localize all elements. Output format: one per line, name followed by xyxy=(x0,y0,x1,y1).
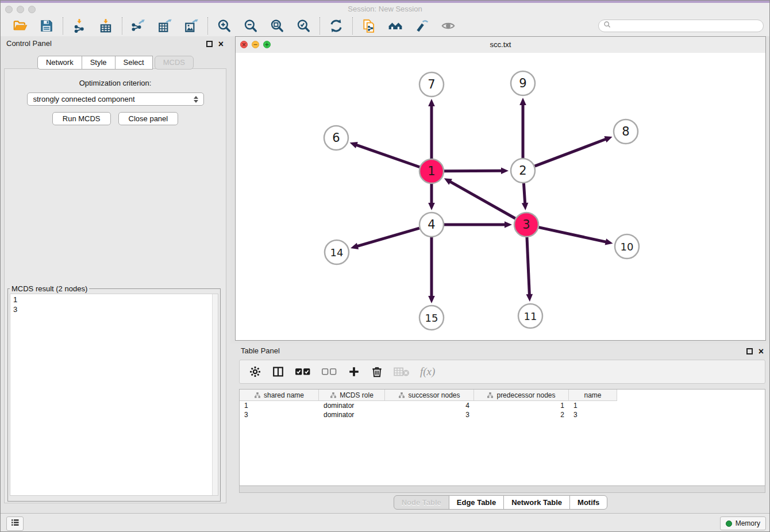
table-cell[interactable]: 1 xyxy=(240,402,319,410)
node-4[interactable]: 4 xyxy=(419,213,444,237)
table-cell[interactable]: 1 xyxy=(569,402,617,410)
mcds-panel: Optimization criterion: strongly connect… xyxy=(4,68,226,503)
zoom-fit-icon[interactable] xyxy=(270,18,284,33)
style-icon[interactable] xyxy=(414,18,429,33)
float-table-panel-icon[interactable] xyxy=(746,348,753,354)
edge-3-1[interactable] xyxy=(444,178,515,218)
optimization-criterion-select[interactable]: strongly connected component xyxy=(27,92,204,106)
edge-1-4[interactable] xyxy=(428,184,435,210)
node-1[interactable]: 1 xyxy=(419,159,444,183)
search-icon xyxy=(603,21,611,31)
table-cell[interactable]: dominator xyxy=(319,402,385,410)
column-header-MCDS-role[interactable]: MCDS role xyxy=(319,390,385,401)
node-8[interactable]: 8 xyxy=(614,119,638,144)
home-icon[interactable] xyxy=(388,18,403,33)
edge-2-8[interactable] xyxy=(535,136,613,166)
table-row[interactable]: 1dominator411 xyxy=(240,401,765,410)
table-panel-title: Table Panel xyxy=(241,346,280,355)
open-session-icon[interactable] xyxy=(13,18,28,33)
zoom-window-icon[interactable] xyxy=(28,6,36,13)
tab-style[interactable]: Style xyxy=(82,56,116,70)
edge-2-3[interactable] xyxy=(522,183,529,210)
add-row-icon[interactable] xyxy=(348,365,360,378)
node-10[interactable]: 10 xyxy=(615,234,639,259)
column-header-shared-name[interactable]: shared name xyxy=(240,390,319,401)
table-cell[interactable]: 2 xyxy=(474,411,569,419)
node-11[interactable]: 11 xyxy=(518,304,542,328)
tab-network[interactable]: Network xyxy=(37,56,82,70)
close-network-window-icon[interactable]: × xyxy=(240,41,248,48)
zoom-in-icon[interactable] xyxy=(217,18,232,33)
select-all-icon[interactable] xyxy=(295,365,311,378)
network-canvas[interactable]: 7968124314101511 xyxy=(236,53,765,340)
zoom-out-icon[interactable] xyxy=(243,18,258,33)
duplicate-network-icon[interactable] xyxy=(361,18,376,33)
task-history-button[interactable] xyxy=(6,516,24,531)
tab-edge-table[interactable]: Edge Table xyxy=(449,495,504,510)
node-6[interactable]: 6 xyxy=(324,126,348,150)
refresh-layout-icon[interactable] xyxy=(329,18,344,33)
search-input[interactable] xyxy=(614,21,759,30)
table-cell[interactable]: 3 xyxy=(385,411,474,419)
gear-icon[interactable] xyxy=(249,365,261,378)
float-panel-icon[interactable] xyxy=(206,41,213,47)
scrollbar-track[interactable] xyxy=(212,294,218,495)
export-image-icon[interactable] xyxy=(184,18,199,33)
edge-3-11[interactable] xyxy=(526,237,533,302)
export-table-icon[interactable] xyxy=(157,18,172,33)
tab-motifs[interactable]: Motifs xyxy=(569,495,607,510)
edge-4-14[interactable] xyxy=(351,228,419,249)
close-window-icon[interactable] xyxy=(5,6,13,13)
tab-select[interactable]: Select xyxy=(115,56,153,70)
table-cell[interactable]: 1 xyxy=(474,402,569,410)
edge-3-10[interactable] xyxy=(538,228,613,245)
table-cell[interactable]: 3 xyxy=(569,411,617,419)
node-14[interactable]: 14 xyxy=(325,240,349,264)
save-session-icon[interactable] xyxy=(39,18,54,33)
edge-4-15[interactable] xyxy=(428,237,435,303)
export-network-icon[interactable] xyxy=(131,18,146,33)
column-header-name[interactable]: name xyxy=(569,390,617,401)
node-9[interactable]: 9 xyxy=(511,71,535,95)
run-mcds-button[interactable]: Run MCDS xyxy=(52,112,111,125)
close-panel-icon[interactable]: × xyxy=(218,40,224,48)
columns-icon[interactable] xyxy=(272,365,284,378)
node-15[interactable]: 15 xyxy=(419,306,444,330)
minimize-network-window-icon[interactable]: − xyxy=(252,41,259,48)
edge-1-2[interactable] xyxy=(444,167,509,174)
close-table-panel-icon[interactable]: × xyxy=(759,348,764,355)
edge-1-6[interactable] xyxy=(350,142,420,167)
network-window-titlebar[interactable]: ×−+ scc.txt xyxy=(236,37,765,53)
tab-network-table[interactable]: Network Table xyxy=(503,495,570,510)
minimize-window-icon[interactable] xyxy=(17,6,24,13)
network-graph[interactable]: 7968124314101511 xyxy=(236,53,765,341)
table-cell[interactable]: 3 xyxy=(240,411,319,419)
deselect-all-icon[interactable] xyxy=(321,365,337,378)
node-7[interactable]: 7 xyxy=(419,72,444,97)
table-row[interactable]: 3dominator323 xyxy=(240,410,765,419)
search-box[interactable] xyxy=(598,20,764,32)
column-header-predecessor-nodes[interactable]: predecessor nodes xyxy=(474,390,569,401)
node-2[interactable]: 2 xyxy=(511,159,535,183)
column-header-successor-nodes[interactable]: successor nodes xyxy=(385,390,474,401)
tab-mcds[interactable]: MCDS xyxy=(155,56,194,70)
import-network-icon[interactable] xyxy=(72,18,87,33)
tab-node-table[interactable]: Node Table xyxy=(394,495,449,510)
table-cell[interactable]: dominator xyxy=(319,411,385,419)
horizontal-scrollbar[interactable] xyxy=(239,486,765,493)
close-panel-button[interactable]: Close panel xyxy=(118,112,179,125)
eye-icon[interactable] xyxy=(441,18,456,33)
table-body: 1dominator4113dominator323 xyxy=(240,401,765,419)
node-3[interactable]: 3 xyxy=(514,213,538,237)
mcds-result-list[interactable]: 1 3 xyxy=(10,294,218,496)
zoom-network-window-icon[interactable]: + xyxy=(263,41,271,48)
zoom-selected-icon[interactable] xyxy=(296,18,311,33)
edge-1-7[interactable] xyxy=(428,99,435,159)
memory-button[interactable]: Memory xyxy=(720,516,766,530)
table-cell[interactable]: 4 xyxy=(385,402,474,410)
delete-row-icon[interactable] xyxy=(371,365,383,378)
edge-4-3[interactable] xyxy=(444,221,512,228)
edge-2-9[interactable] xyxy=(519,98,526,158)
optimization-criterion-label: Optimization criterion: xyxy=(5,79,226,87)
import-table-icon[interactable] xyxy=(98,18,113,33)
